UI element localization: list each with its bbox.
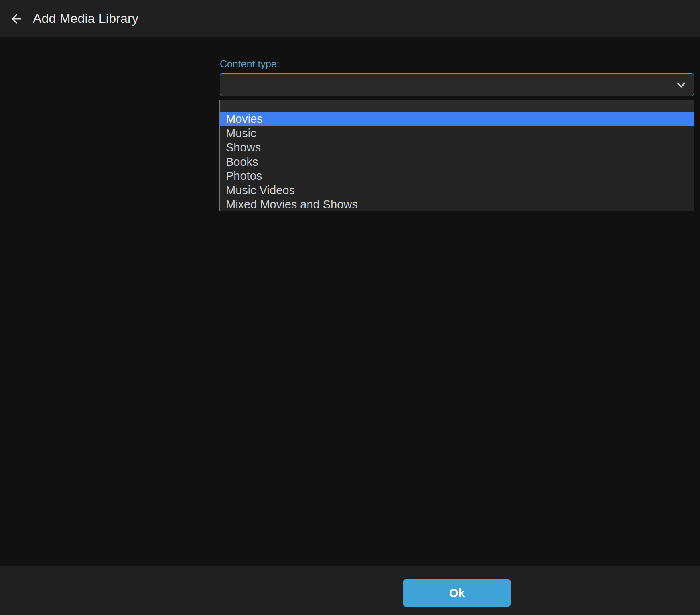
dropdown-option-movies[interactable]: Movies [220, 112, 694, 126]
dropdown-option-photos[interactable]: Photos [220, 169, 694, 183]
ok-button[interactable]: Ok [403, 579, 511, 607]
dropdown-option-mixed-movies-and-shows[interactable]: Mixed Movies and Shows [220, 198, 694, 211]
content-type-select[interactable] [220, 73, 694, 96]
header-bar: Add Media Library [0, 0, 700, 37]
dropdown-option-blank[interactable] [220, 100, 694, 112]
dropdown-option-music-videos[interactable]: Music Videos [220, 183, 694, 198]
dropdown-option-books[interactable]: Books [220, 155, 694, 169]
chevron-down-icon [674, 78, 688, 92]
add-media-library-page: Add Media Library Content type: Movies M… [0, 0, 700, 615]
page-title: Add Media Library [33, 11, 138, 26]
content-type-label: Content type: [220, 58, 695, 70]
back-button[interactable] [3, 6, 30, 32]
footer-bar: Ok [0, 566, 700, 615]
content-type-dropdown: Movies Music Shows Books Photos Music Vi… [219, 100, 694, 211]
library-form: Content type: [220, 37, 695, 96]
arrow-left-icon [9, 12, 24, 26]
dropdown-option-shows[interactable]: Shows [220, 141, 694, 155]
dropdown-option-music[interactable]: Music [220, 126, 694, 141]
